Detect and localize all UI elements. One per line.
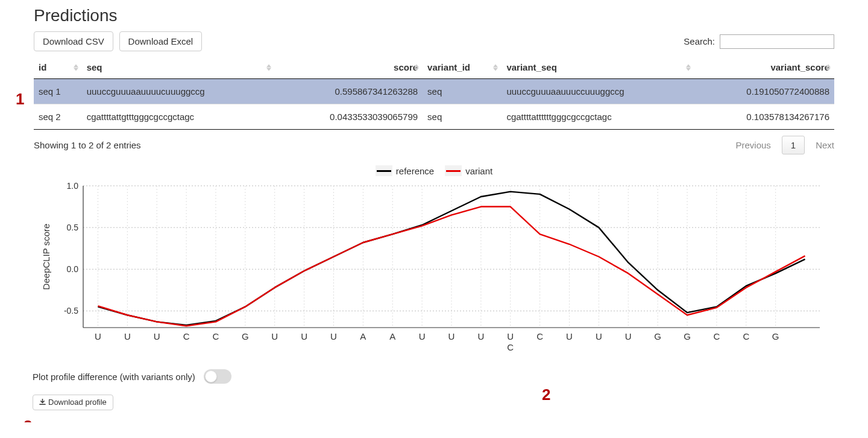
profile-diff-toggle[interactable] — [204, 369, 231, 384]
svg-text:U: U — [596, 331, 602, 341]
cell-id: seq 1 — [34, 79, 82, 104]
sort-icon — [686, 64, 691, 71]
col-variant-score-label: variant_score — [770, 62, 829, 72]
col-variant-id[interactable]: variant_id — [423, 56, 502, 79]
search-label: Search: — [684, 36, 715, 46]
svg-text:DeepCLIP score: DeepCLIP score — [41, 224, 51, 290]
legend-swatch-black — [376, 165, 392, 176]
cell-variant_id: seq — [423, 104, 502, 130]
search-area: Search: — [684, 34, 834, 49]
svg-text:G: G — [242, 331, 249, 341]
svg-text:C: C — [183, 331, 190, 341]
line-chart: -0.50.00.51.0DeepCLIP scoreUUUCCGUUUAAUU… — [36, 180, 832, 361]
col-variant-seq[interactable]: variant_seq — [502, 56, 694, 79]
svg-text:U: U — [154, 331, 160, 341]
table-row[interactable]: seq 1uuuccguuuaauuuucuuuggccg0.595867341… — [34, 79, 834, 104]
svg-text:1.0: 1.0 — [67, 181, 79, 191]
legend-item-variant[interactable]: variant — [445, 165, 492, 176]
svg-text:-0.5: -0.5 — [64, 306, 78, 316]
svg-text:C: C — [213, 331, 219, 341]
table-footer: Showing 1 to 2 of 2 entries Previous 1 N… — [34, 129, 834, 154]
table-row[interactable]: seq 2cgattttattgtttgggcgccgctagc0.043353… — [34, 104, 834, 130]
pager-next[interactable]: Next — [816, 140, 834, 150]
cell-variant_score: 0.103578134267176 — [694, 104, 834, 130]
legend-swatch-red — [445, 165, 462, 176]
annotation-1: 1 — [16, 90, 24, 109]
sort-icon — [826, 64, 831, 71]
cell-variant_seq: uuuccguuuaauuuccuuuggccg — [502, 79, 694, 104]
col-seq-label: seq — [87, 62, 102, 72]
download-icon — [39, 398, 46, 407]
legend-label-variant: variant — [465, 166, 492, 176]
col-id[interactable]: id — [34, 56, 82, 79]
col-variant-id-label: variant_id — [427, 62, 470, 72]
search-input[interactable] — [720, 34, 834, 49]
svg-text:U: U — [124, 331, 131, 341]
sort-icon — [74, 64, 78, 71]
cell-seq: cgattttattgtttgggcgccgctagc — [82, 104, 275, 130]
svg-text:U: U — [625, 331, 632, 341]
svg-text:G: G — [654, 331, 661, 341]
svg-text:A: A — [389, 331, 395, 341]
download-excel-button[interactable]: Download Excel — [119, 31, 203, 51]
svg-text:G: G — [684, 331, 691, 341]
svg-text:U: U — [566, 331, 573, 341]
toggle-row: Plot profile difference (with variants o… — [33, 369, 834, 384]
download-profile-label: Download profile — [48, 398, 107, 407]
svg-text:U: U — [95, 331, 101, 341]
svg-text:0.0: 0.0 — [67, 264, 79, 274]
sort-icon — [266, 64, 271, 71]
svg-text:U: U — [507, 331, 514, 341]
svg-text:U: U — [477, 331, 484, 341]
cell-id: seq 2 — [34, 104, 82, 130]
svg-text:C: C — [507, 342, 514, 352]
pager-previous[interactable]: Previous — [735, 140, 770, 150]
pager-page-1[interactable]: 1 — [782, 136, 805, 154]
download-csv-button[interactable]: Download CSV — [34, 31, 113, 51]
cell-variant_seq: cgattttattttttgggcgccgctagc — [502, 104, 694, 130]
col-seq[interactable]: seq — [82, 56, 275, 79]
svg-text:A: A — [360, 331, 366, 341]
chart-legend: reference variant — [34, 165, 834, 176]
predictions-table: id seq score variant_id variant_seq vari… — [34, 56, 834, 129]
pager: Previous 1 Next — [735, 136, 834, 154]
sort-icon — [414, 64, 419, 71]
svg-text:U: U — [330, 331, 337, 341]
col-variant-score[interactable]: variant_score — [694, 56, 834, 79]
svg-text:U: U — [448, 331, 455, 341]
toolbar-left: Download CSV Download Excel — [34, 31, 206, 51]
svg-text:C: C — [743, 331, 749, 341]
cell-variant_id: seq — [423, 79, 502, 104]
svg-text:U: U — [301, 331, 307, 341]
svg-text:C: C — [713, 331, 720, 341]
svg-text:U: U — [419, 331, 426, 341]
svg-text:0.5: 0.5 — [67, 223, 79, 232]
svg-text:U: U — [271, 331, 278, 341]
cell-score: 0.0433533039065799 — [275, 104, 423, 130]
toggle-label: Plot profile difference (with variants o… — [33, 372, 195, 382]
svg-text:C: C — [536, 331, 543, 341]
download-profile-button[interactable]: Download profile — [33, 395, 113, 410]
chart-area: reference variant -0.50.00.51.0DeepCLIP … — [34, 165, 834, 361]
col-id-label: id — [39, 62, 46, 72]
cell-seq: uuuccguuuaauuuucuuuggccg — [82, 79, 275, 104]
page-title: Predictions — [34, 6, 834, 25]
legend-label-reference: reference — [396, 166, 434, 176]
cell-score: 0.595867341263288 — [275, 79, 423, 104]
annotation-3: 3 — [24, 417, 32, 422]
col-variant-seq-label: variant_seq — [506, 62, 556, 72]
legend-item-reference[interactable]: reference — [376, 165, 434, 176]
sort-icon — [493, 64, 498, 71]
toolbar: Download CSV Download Excel Search: — [34, 31, 834, 51]
svg-text:G: G — [772, 331, 779, 341]
cell-variant_score: 0.191050772400888 — [694, 79, 834, 104]
col-score[interactable]: score — [275, 56, 423, 79]
table-info: Showing 1 to 2 of 2 entries — [34, 140, 141, 150]
